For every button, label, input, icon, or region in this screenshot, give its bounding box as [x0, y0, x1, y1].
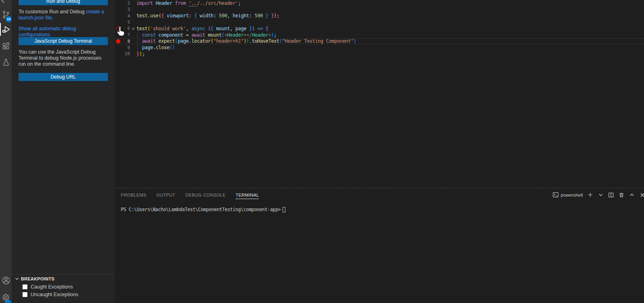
shell-selector[interactable]: powershell — [553, 192, 583, 198]
js-terminal-description: You can use the JavaScript Debug Termina… — [19, 49, 109, 67]
breakpoint-item-label: Uncaught Exceptions — [31, 292, 78, 297]
search-icon-partial — [0, 0, 12, 3]
mouse-hand-cursor — [117, 26, 124, 36]
code-line[interactable]: 7 const component = await mount(<Header>… — [115, 32, 644, 38]
line-number: 4 — [122, 13, 130, 19]
kill-terminal-trash-icon[interactable] — [618, 192, 625, 198]
powershell-terminal-icon — [553, 192, 559, 198]
panel-actions: powershell — [553, 192, 644, 198]
panel-tab-bar: PROBLEMSOUTPUTDEBUG CONSOLETERMINAL powe… — [115, 188, 644, 201]
code-editor[interactable]: 2import Header from '../../src/header';3… — [115, 0, 644, 188]
chevron-down-icon — [15, 277, 19, 281]
line-number: 2 — [122, 0, 130, 6]
customize-text-post: . — [52, 15, 53, 21]
line-number: 8 — [122, 39, 130, 44]
source-control-icon[interactable]: 15 — [0, 8, 12, 21]
breakpoint-gutter[interactable] — [115, 39, 122, 44]
code-line[interactable]: 6∨test('should work', async ({ mount, pa… — [115, 25, 644, 32]
checkbox[interactable] — [23, 292, 27, 297]
code-line[interactable]: 4test.use({ viewport: { width: 500, heig… — [115, 13, 644, 19]
code-line[interactable]: 9 page.close() — [115, 44, 644, 51]
code-line[interactable]: 3 — [115, 6, 644, 13]
indent-guide — [137, 32, 138, 51]
testing-icon[interactable] — [0, 56, 12, 69]
javascript-debug-terminal-button[interactable]: JavaScript Debug Terminal — [19, 37, 108, 45]
breakpoint-item[interactable]: Uncaught Exceptions — [12, 291, 115, 298]
breakpoint-dot-icon[interactable] — [116, 39, 120, 44]
source-control-badge: 15 — [6, 16, 12, 22]
bottom-panel: PROBLEMSOUTPUTDEBUG CONSOLETERMINAL powe… — [115, 188, 644, 303]
breakpoint-item-label: Caught Exceptions — [31, 284, 73, 290]
breakpoints-section: BREAKPOINTS Caught ExceptionsUncaught Ex… — [12, 274, 115, 298]
code-text: test('should work', async ({ mount, page… — [136, 26, 644, 31]
code-line[interactable]: 10}); — [115, 51, 644, 57]
shell-label: powershell — [561, 193, 583, 197]
breakpoints-section-header[interactable]: BREAKPOINTS — [12, 274, 115, 283]
checkbox[interactable] — [23, 284, 27, 289]
extensions-icon[interactable] — [0, 40, 12, 53]
run-and-debug-sidebar: Run and Debug To customize Run and Debug… — [12, 0, 115, 303]
line-number: 10 — [122, 51, 130, 56]
code-text: const component = await mount(<Header></… — [136, 32, 644, 38]
breakpoint-item[interactable]: Caught Exceptions — [12, 283, 115, 291]
debug-url-button[interactable]: Debug URL — [19, 73, 108, 81]
code-text: }); — [136, 51, 644, 57]
code-line[interactable]: 2import Header from '../../src/header'; — [115, 0, 644, 6]
tab-output[interactable]: OUTPUT — [157, 191, 175, 199]
show-debug-configurations-link[interactable]: Show all automatic debug configurations. — [19, 26, 109, 38]
activity-bar: 15 — [0, 0, 12, 303]
run-and-debug-button[interactable]: Run and Debug — [19, 0, 108, 5]
customize-text: To customize Run and Debug create a laun… — [19, 9, 109, 21]
line-number: 5 — [122, 20, 130, 25]
customize-text-pre: To customize Run and Debug — [19, 9, 86, 15]
tab-debug-console[interactable]: DEBUG CONSOLE — [186, 191, 226, 199]
line-number: 3 — [122, 7, 130, 12]
terminal-dropdown-chevron-icon[interactable] — [597, 192, 604, 198]
line-number: 9 — [122, 45, 130, 50]
accounts-icon[interactable] — [0, 274, 12, 287]
code-line[interactable]: 8 await expect(page.locator("header>h1")… — [115, 38, 644, 45]
code-text: import Header from '../../src/header'; — [136, 0, 644, 6]
close-panel-icon[interactable] — [639, 192, 644, 198]
split-terminal-icon[interactable] — [608, 192, 614, 198]
terminal-prompt: PS C:\Users\Nacho\LambdaTest\ComponentTe… — [121, 207, 281, 212]
new-terminal-icon[interactable] — [587, 192, 593, 198]
run-and-debug-icon[interactable] — [0, 23, 12, 36]
maximize-panel-chevron-icon[interactable] — [629, 192, 635, 198]
code-text: page.close() — [136, 45, 644, 50]
code-text: await expect(page.locator("header>h1")).… — [136, 38, 644, 44]
terminal-content[interactable]: PS C:\Users\Nacho\LambdaTest\ComponentTe… — [121, 207, 644, 212]
breakpoints-header-label: BREAKPOINTS — [21, 276, 54, 281]
terminal-cursor — [283, 207, 285, 212]
code-text: test.use({ viewport: { width: 500, heigh… — [136, 13, 644, 19]
fold-chevron-icon[interactable]: ∨ — [130, 27, 136, 31]
code-line[interactable]: 5 — [115, 19, 644, 25]
tab-terminal[interactable]: TERMINAL — [235, 191, 259, 199]
tab-problems[interactable]: PROBLEMS — [121, 191, 147, 199]
